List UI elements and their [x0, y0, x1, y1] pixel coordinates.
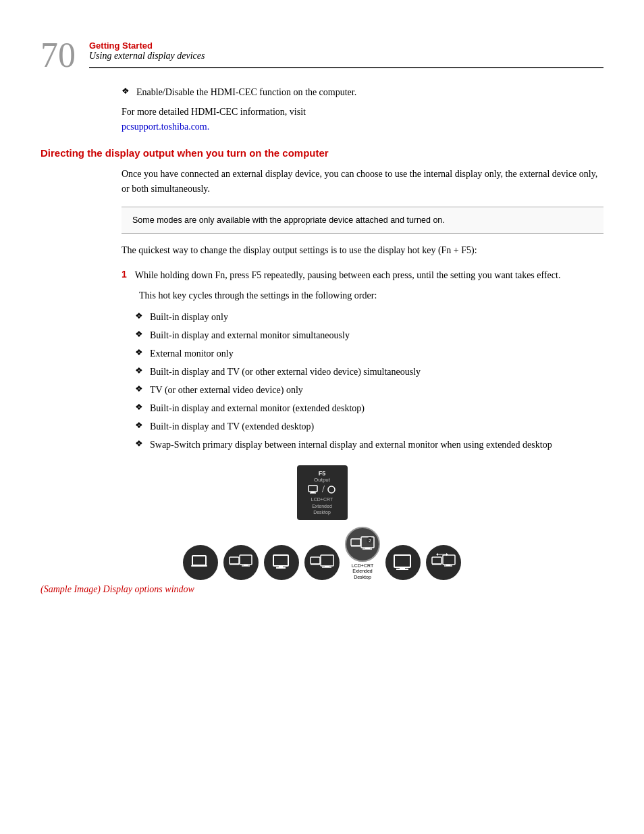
step-1-container: 1 While holding down Fn, press F5 repeat… — [0, 268, 644, 304]
mode-icon-4 — [304, 545, 340, 580]
content-area: ❖ Enable/Disable the HDMI-CEC function o… — [0, 85, 644, 135]
body-para-1: Once you have connected an external disp… — [0, 167, 644, 197]
note-box: Some modes are only available with the a… — [122, 207, 603, 234]
mode-icon-wrapper-2 — [223, 545, 259, 580]
f5-key-illustration: F5 Output / LCD+CRT Extended Desktop — [297, 465, 348, 519]
note-text: Some modes are only available with the a… — [132, 215, 445, 225]
svg-rect-5 — [191, 565, 207, 567]
mode-text-8: Swap-Switch primary display between inte… — [150, 438, 552, 452]
mode-item-8: ❖ Swap-Switch primary display between in… — [135, 438, 603, 452]
diamond-icon-mode-1: ❖ — [135, 311, 143, 321]
mode-text-4: Built-in display and TV (or other extern… — [150, 365, 421, 379]
svg-rect-31 — [443, 555, 455, 565]
svg-point-3 — [328, 486, 335, 493]
mode-icon-5-label: LCD+CRTExtendedDesktop — [352, 563, 373, 580]
diamond-icon-1: ❖ — [122, 86, 130, 97]
mode-icon-wrapper-3 — [264, 545, 299, 580]
bullet-item-1: ❖ Enable/Disable the HDMI-CEC function o… — [122, 85, 603, 99]
svg-rect-11 — [273, 555, 288, 566]
mode-item-1: ❖ Built-in display only — [135, 310, 603, 324]
step-number-1: 1 — [122, 269, 127, 280]
more-info-prefix: For more detailed HDMI-CEC information, … — [122, 107, 306, 117]
svg-rect-6 — [230, 557, 239, 564]
mode-icon-5-highlighted: 2 — [345, 527, 380, 562]
laptop-tv-icon — [310, 553, 334, 572]
svg-rect-16 — [321, 555, 333, 566]
mode-icon-wrapper-1 — [183, 545, 218, 580]
body-para-2: The quickest way to change the display o… — [0, 243, 644, 258]
pcsupport-link[interactable]: pcsupport.toshiba.com. — [122, 122, 209, 132]
svg-rect-19 — [351, 539, 360, 546]
laptop-icon — [190, 553, 211, 572]
svg-marker-36 — [436, 553, 438, 556]
mode-icon-7 — [426, 545, 461, 580]
diamond-icon-mode-3: ❖ — [135, 347, 143, 358]
page-header: 70 Getting Started Using external displa… — [0, 41, 644, 73]
mode-item-4: ❖ Built-in display and TV (or other exte… — [135, 365, 603, 379]
diamond-icon-mode-5: ❖ — [135, 384, 143, 394]
mode-icon-2 — [223, 545, 259, 580]
monitor-only-icon — [271, 553, 292, 572]
header-text-block: Getting Started Using external display d… — [89, 41, 603, 68]
header-category: Getting Started — [89, 41, 603, 51]
laptop-monitor-icon — [229, 553, 253, 572]
mode-text-7: Built-in display and TV (extended deskto… — [150, 419, 314, 434]
f5-bottom-label2: Extended — [302, 503, 342, 509]
step-1-text: While holding down Fn, press F5 repeated… — [135, 268, 561, 283]
mode-text-6: Built-in display and external monitor (e… — [150, 401, 365, 415]
mode-item-2: ❖ Built-in display and external monitor … — [135, 328, 603, 342]
monitor-icon-f5 — [308, 485, 320, 494]
mode-text-2: Built-in display and external monitor si… — [150, 328, 350, 342]
display-modes-list: ❖ Built-in display only ❖ Built-in displ… — [0, 310, 644, 452]
f5-key-top-label: F5 — [302, 470, 342, 477]
mode-text-3: External monitor only — [150, 346, 234, 361]
extended-desktop-icon: 2 — [350, 535, 375, 554]
diamond-icon-mode-2: ❖ — [135, 329, 143, 340]
f5-bottom-label3: Desktop — [302, 509, 342, 515]
more-info-line: For more detailed HDMI-CEC information, … — [122, 105, 603, 135]
swap-icon — [431, 553, 456, 572]
bullet-text-1: Enable/Disable the HDMI-CEC function on … — [136, 85, 356, 99]
svg-rect-8 — [240, 555, 252, 565]
svg-rect-26 — [394, 555, 410, 567]
svg-rect-0 — [308, 486, 317, 492]
page: 70 Getting Started Using external displa… — [0, 0, 644, 834]
svg-rect-30 — [432, 564, 441, 565]
mode-item-6: ❖ Built-in display and external monitor … — [135, 401, 603, 415]
svg-text:2: 2 — [369, 538, 371, 543]
svg-rect-4 — [192, 556, 206, 565]
svg-rect-29 — [432, 557, 441, 564]
section-heading: Directing the display output when you tu… — [0, 147, 644, 159]
mode-item-3: ❖ External monitor only — [135, 346, 603, 361]
f5-key-area: F5 Output / LCD+CRT Extended Desktop — [41, 465, 603, 519]
header-subtitle: Using external display devices — [89, 51, 205, 61]
circle-icon-f5 — [327, 485, 336, 494]
mode-item-7: ❖ Built-in display and TV (extended desk… — [135, 419, 603, 434]
sample-image-caption: (Sample Image) Display options window — [0, 584, 644, 595]
f5-icon-row: / — [302, 485, 342, 494]
mode-icon-wrapper-7 — [426, 545, 461, 580]
mode-icon-wrapper-5: 2 LCD+CRTExtendedDesktop — [345, 527, 380, 580]
svg-rect-20 — [351, 546, 360, 547]
diamond-icon-mode-8: ❖ — [135, 438, 143, 449]
step-1-continuation: This hot key cycles through the settings… — [139, 288, 603, 303]
svg-rect-15 — [311, 564, 320, 565]
slash-icon-f5: / — [322, 485, 325, 494]
diamond-icon-mode-6: ❖ — [135, 402, 143, 413]
mode-icon-wrapper-4 — [304, 545, 340, 580]
mode-icon-3 — [264, 545, 299, 580]
f5-key-mid-label: Output — [302, 477, 342, 483]
diamond-icon-mode-4: ❖ — [135, 365, 143, 376]
diamond-icon-mode-7: ❖ — [135, 420, 143, 431]
svg-rect-7 — [230, 564, 239, 565]
mode-icon-wrapper-6 — [385, 545, 421, 580]
mode-text-1: Built-in display only — [150, 310, 228, 324]
step-1: 1 While holding down Fn, press F5 repeat… — [122, 268, 603, 283]
mode-icon-6 — [385, 545, 421, 580]
mode-item-5: ❖ TV (or other external video device) on… — [135, 383, 603, 397]
mode-icon-1 — [183, 545, 218, 580]
mode-text-5: TV (or other external video device) only — [150, 383, 303, 397]
mode-icons-container: 2 LCD+CRTExtendedDesktop — [41, 527, 603, 580]
page-number: 70 — [41, 38, 76, 73]
svg-rect-14 — [311, 557, 320, 564]
